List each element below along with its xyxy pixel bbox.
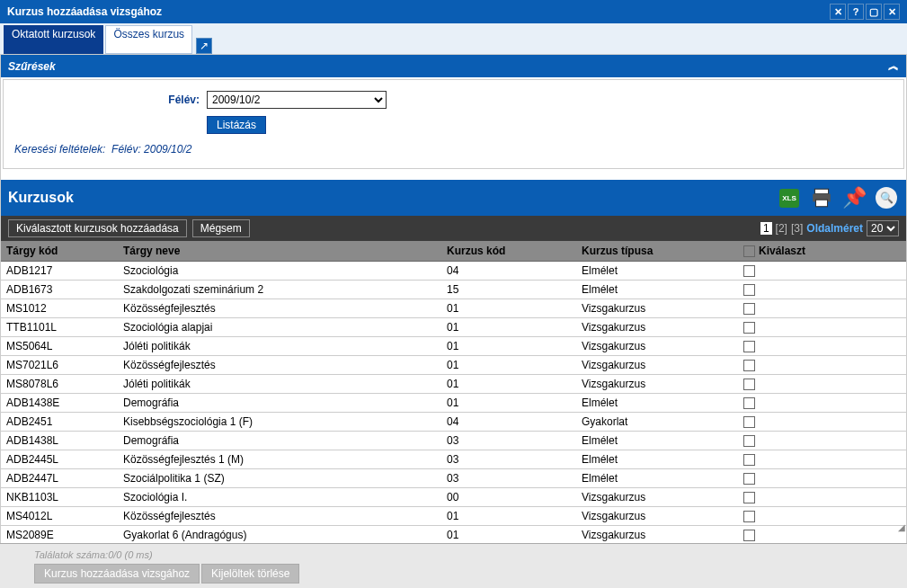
cell-select: [738, 356, 846, 374]
cell-type: Vizsgakurzus: [576, 318, 738, 336]
cell-type: Vizsgakurzus: [576, 507, 738, 525]
table-row[interactable]: MS8078L6Jóléti politikák01Vizsgakurzus: [1, 375, 906, 394]
export-xls-icon[interactable]: XLS: [777, 185, 802, 210]
help-icon[interactable]: ?: [848, 4, 864, 20]
cell-kcode: 03: [441, 432, 576, 450]
cell-name: Közösségfejlesztés: [118, 299, 441, 317]
search-icon[interactable]: 🔍: [874, 185, 899, 210]
page-3[interactable]: [3]: [791, 222, 803, 235]
cell-type: Vizsgakurzus: [576, 526, 738, 544]
list-button[interactable]: Listázás: [207, 116, 266, 134]
cell-select: [738, 299, 846, 317]
cell-kcode: 01: [441, 526, 576, 544]
table-row[interactable]: MS1012Közösségfejlesztés01Vizsgakurzus: [1, 299, 906, 318]
add-selected-button[interactable]: Kiválasztott kurzusok hozzáadása: [8, 219, 187, 237]
cell-select: [738, 262, 846, 280]
cell-code: MS8078L6: [1, 375, 118, 393]
main-scroll-area[interactable]: Szűrések ︽ Félév: 2009/10/2 Listázás Ker…: [0, 54, 907, 550]
page-2[interactable]: [2]: [776, 222, 787, 235]
cell-select: [738, 488, 846, 506]
minimize-icon[interactable]: ▢: [866, 4, 882, 20]
table-row[interactable]: NKB1103LSzociológia I.00Vizsgakurzus: [1, 488, 906, 507]
page-size-select[interactable]: 20: [867, 220, 899, 236]
cell-code: TTB1101L: [1, 318, 118, 336]
row-checkbox[interactable]: [743, 397, 755, 409]
cell-kcode: 01: [441, 356, 576, 374]
cell-name: Gyakorlat 6 (Andragógus): [118, 526, 441, 544]
pin-icon[interactable]: 📌: [841, 185, 867, 210]
titlebar-unknown-icon[interactable]: ✕: [830, 4, 846, 20]
cell-select: [738, 432, 846, 450]
close-icon[interactable]: ✕: [884, 4, 900, 20]
row-checkbox[interactable]: [743, 416, 755, 428]
kurzusok-title: Kurzusok: [8, 190, 74, 206]
cell-select: [738, 469, 846, 487]
row-checkbox[interactable]: [743, 284, 755, 296]
table-row[interactable]: MS2089EGyakorlat 6 (Andragógus)01Vizsgak…: [1, 526, 906, 545]
table-row[interactable]: ADB2451Kisebbségszociológia 1 (F)04Gyako…: [1, 413, 906, 432]
semester-label: Félév:: [11, 94, 200, 106]
row-checkbox[interactable]: [743, 303, 755, 315]
row-checkbox[interactable]: [743, 511, 755, 522]
tab-bar: Oktatott kurzusok Összes kurzus ↗: [0, 23, 907, 54]
cell-kcode: 01: [441, 394, 576, 412]
cancel-button[interactable]: Mégsem: [192, 219, 250, 237]
row-checkbox[interactable]: [743, 360, 755, 371]
cell-type: Vizsgakurzus: [576, 356, 738, 374]
row-checkbox[interactable]: [743, 435, 755, 447]
table-row[interactable]: ADB2447LSzociálpolitika 1 (SZ)03Elmélet: [1, 469, 906, 488]
cell-type: Elmélet: [576, 432, 738, 450]
header-kcode[interactable]: Kurzus kód: [441, 241, 576, 261]
tab-taught-courses[interactable]: Oktatott kurzusok: [4, 25, 103, 54]
row-checkbox[interactable]: [743, 341, 755, 352]
cell-code: ADB1438E: [1, 394, 118, 412]
table-row[interactable]: ADB1438LDemográfia03Elmélet: [1, 432, 906, 450]
header-code[interactable]: Tárgy kód: [1, 241, 118, 261]
cell-name: Közösségfejlesztés 1 (M): [118, 450, 441, 468]
table-row[interactable]: TTB1101LSzociológia alapjai01Vizsgakurzu…: [1, 318, 906, 337]
cell-kcode: 04: [441, 262, 576, 280]
cell-select: [738, 507, 846, 525]
semester-select[interactable]: 2009/10/2: [207, 91, 387, 109]
cell-kcode: 01: [441, 375, 576, 393]
row-checkbox[interactable]: [743, 265, 755, 277]
table-row[interactable]: MS4012LKözösségfejlesztés01Vizsgakurzus: [1, 507, 906, 526]
table-row[interactable]: ADB1217Szociológia04Elmélet: [1, 262, 906, 281]
table-row[interactable]: MS7021L6Közösségfejlesztés01Vizsgakurzus: [1, 356, 906, 375]
row-checkbox[interactable]: [743, 379, 755, 390]
cell-name: Szociálpolitika 1 (SZ): [118, 469, 441, 487]
tab-expand-icon[interactable]: ↗: [196, 38, 212, 54]
row-checkbox[interactable]: [743, 454, 755, 466]
row-checkbox[interactable]: [743, 322, 755, 334]
cell-type: Elmélet: [576, 281, 738, 298]
table-row[interactable]: ADB2445LKözösségfejlesztés 1 (M)03Elméle…: [1, 450, 906, 469]
table-row[interactable]: ADB1438EDemográfia01Elmélet: [1, 394, 906, 413]
cell-code: ADB2451: [1, 413, 118, 431]
footer-add-button[interactable]: Kurzus hozzáadása vizsgához: [34, 564, 200, 584]
grid-body: ADB1217Szociológia04ElméletADB1673Szakdo…: [1, 262, 906, 550]
table-row[interactable]: ADB1673Szakdolgozati szeminárium 215Elmé…: [1, 281, 906, 299]
header-name[interactable]: Tárgy neve: [118, 241, 441, 261]
cell-type: Vizsgakurzus: [576, 488, 738, 506]
row-checkbox[interactable]: [743, 492, 755, 503]
print-icon[interactable]: [809, 185, 834, 210]
cell-code: ADB1217: [1, 262, 118, 280]
row-checkbox[interactable]: [743, 530, 755, 541]
cell-name: Kisebbségszociológia 1 (F): [118, 413, 441, 431]
cell-type: Vizsgakurzus: [576, 375, 738, 393]
page-1[interactable]: 1: [760, 222, 772, 235]
table-row[interactable]: MS5064LJóléti politikák01Vizsgakurzus: [1, 337, 906, 356]
window-title: Kurzus hozzáadása vizsgához: [7, 5, 162, 18]
row-checkbox[interactable]: [743, 473, 755, 485]
chevron-up-icon[interactable]: ︽: [888, 58, 899, 74]
cell-name: Szociológia alapjai: [118, 318, 441, 336]
tab-all-courses[interactable]: Összes kurzus: [105, 25, 192, 54]
footer-delete-button[interactable]: Kijelöltek törlése: [201, 564, 299, 584]
svg-rect-0: [814, 189, 828, 193]
header-select[interactable]: Kiválaszt: [738, 241, 846, 261]
header-type[interactable]: Kurzus típusa: [576, 241, 738, 261]
resize-grip-icon[interactable]: ◢: [898, 522, 905, 532]
footer-bar: Találatok száma:0/0 (0 ms) Kurzus hozzáa…: [0, 543, 907, 588]
select-all-checkbox[interactable]: [743, 245, 755, 257]
cell-code: MS2089E: [1, 526, 118, 544]
